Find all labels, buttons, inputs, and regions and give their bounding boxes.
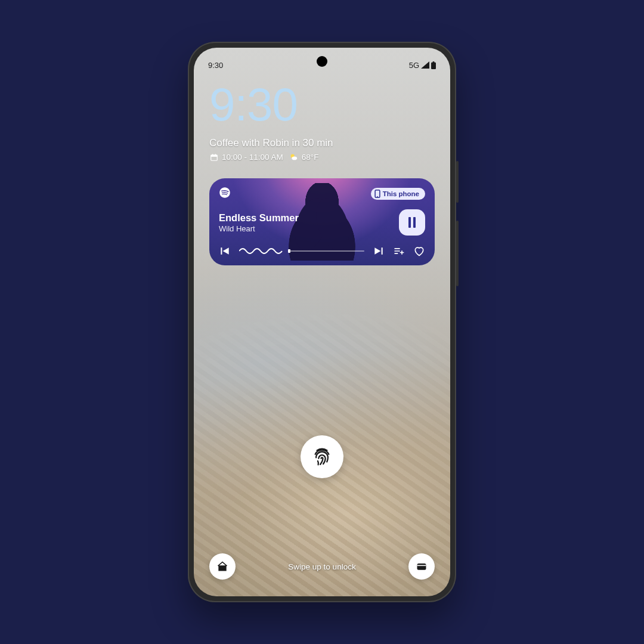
svg-rect-1 [433, 61, 435, 63]
volume-button[interactable] [456, 221, 459, 286]
front-camera [317, 56, 327, 67]
wallet-button[interactable] [408, 553, 435, 580]
home-controls-button[interactable] [209, 553, 236, 580]
output-chip[interactable]: This phone [371, 188, 425, 200]
at-a-glance-title[interactable]: Coffee with Robin in 30 min [209, 137, 435, 149]
temperature: 68°F [302, 153, 319, 162]
at-a-glance-meta[interactable]: 10:00 - 11:00 AM 68°F [209, 153, 435, 162]
wallet-icon [416, 561, 428, 572]
event-time: 10:00 - 11:00 AM [222, 153, 283, 162]
svg-rect-4 [212, 154, 213, 156]
svg-rect-0 [431, 62, 436, 69]
fingerprint-icon [312, 447, 332, 467]
svg-rect-13 [413, 217, 416, 228]
home-icon [216, 561, 228, 572]
phone-frame: 9:30 5G 9:30 Coffee with Robin in 30 min… [188, 42, 456, 602]
track-artist: Wild Heart [219, 224, 299, 233]
power-button[interactable] [456, 161, 459, 203]
unlock-hint: Swipe up to unlock [288, 562, 355, 571]
output-label: This phone [383, 190, 419, 197]
svg-rect-14 [221, 247, 222, 255]
calendar-icon [209, 153, 218, 162]
pause-icon [407, 217, 417, 228]
svg-point-7 [292, 157, 297, 160]
signal-icon [421, 61, 429, 69]
svg-rect-12 [408, 217, 411, 228]
network-label: 5G [409, 61, 419, 70]
svg-rect-3 [210, 154, 217, 156]
queue-button[interactable] [393, 245, 405, 257]
media-player-card[interactable]: This phone Endless Summer Wild Heart [209, 178, 435, 265]
battery-icon [431, 61, 436, 69]
track-title: Endless Summer [219, 212, 299, 224]
seek-bar[interactable] [239, 246, 364, 256]
phone-icon [374, 190, 380, 198]
progress-wave [239, 246, 283, 256]
lock-screen[interactable]: 9:30 5G 9:30 Coffee with Robin in 30 min… [194, 48, 450, 596]
weather-icon [289, 153, 298, 162]
status-time: 9:30 [208, 61, 223, 70]
svg-rect-15 [382, 247, 383, 255]
spotify-icon [219, 187, 231, 201]
lock-clock: 9:30 [209, 81, 435, 128]
progress-remaining [289, 250, 364, 252]
svg-rect-21 [417, 564, 426, 570]
previous-button[interactable] [219, 245, 231, 257]
svg-rect-22 [417, 565, 426, 566]
favorite-button[interactable] [413, 245, 425, 257]
pause-button[interactable] [399, 209, 425, 236]
next-button[interactable] [373, 245, 385, 257]
svg-rect-5 [215, 154, 215, 156]
fingerprint-button[interactable] [301, 435, 343, 478]
